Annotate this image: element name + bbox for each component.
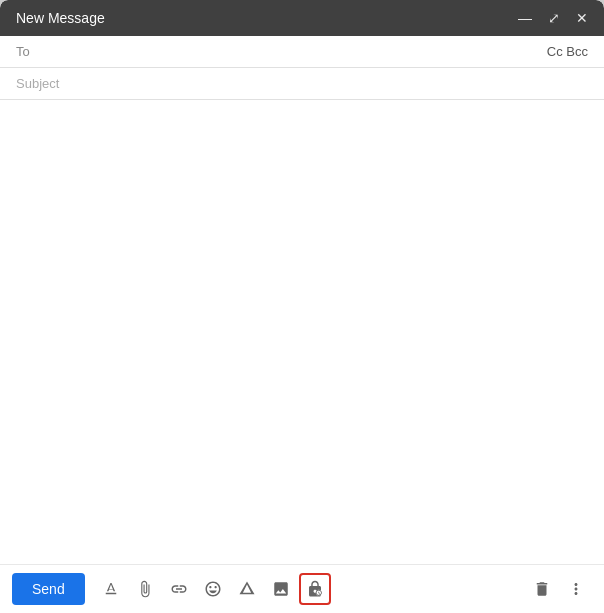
to-input[interactable] bbox=[46, 44, 547, 59]
send-button[interactable]: Send bbox=[12, 573, 85, 605]
more-options-icon[interactable] bbox=[560, 573, 592, 605]
close-button[interactable]: ✕ bbox=[576, 11, 588, 25]
drive-icon[interactable] bbox=[231, 573, 263, 605]
message-body[interactable] bbox=[0, 100, 604, 564]
toolbar-right bbox=[526, 573, 592, 605]
lock-time-icon[interactable] bbox=[299, 573, 331, 605]
cc-bcc-button[interactable]: Cc Bcc bbox=[547, 44, 588, 59]
subject-input[interactable] bbox=[16, 76, 588, 91]
to-row: To Cc Bcc bbox=[0, 36, 604, 68]
minimize-button[interactable]: — bbox=[518, 11, 532, 25]
attach-icon[interactable] bbox=[129, 573, 161, 605]
delete-icon[interactable] bbox=[526, 573, 558, 605]
emoji-icon[interactable] bbox=[197, 573, 229, 605]
to-label: To bbox=[16, 44, 46, 59]
photo-icon[interactable] bbox=[265, 573, 297, 605]
formatting-icon[interactable] bbox=[95, 573, 127, 605]
title-bar: New Message — ⤢ ✕ bbox=[0, 0, 604, 36]
expand-button[interactable]: ⤢ bbox=[548, 11, 560, 25]
compose-window: New Message — ⤢ ✕ To Cc Bcc Send bbox=[0, 0, 604, 613]
toolbar: Send bbox=[0, 564, 604, 613]
subject-row bbox=[0, 68, 604, 100]
window-controls: — ⤢ ✕ bbox=[518, 11, 588, 25]
window-title: New Message bbox=[16, 10, 105, 26]
link-icon[interactable] bbox=[163, 573, 195, 605]
